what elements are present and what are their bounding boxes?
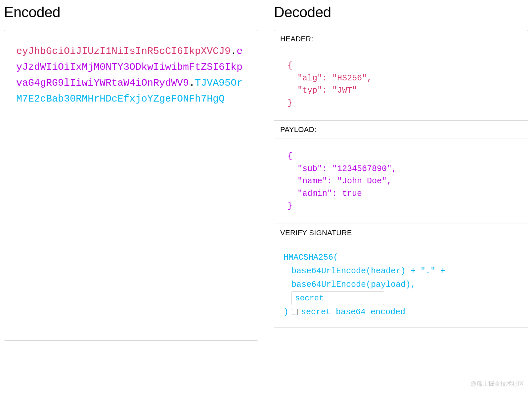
header-section-label: HEADER: [274, 30, 528, 48]
jwt-token[interactable]: eyJhbGciOiJIUzI1NiIsInR5cCI6IkpXVCJ9.eyJ… [16, 43, 246, 107]
signature-body: HMACSHA256( base64UrlEncode(header) + ".… [274, 242, 528, 328]
encoded-column: Encoded eyJhbGciOiJIUzI1NiIsInR5cCI6IkpX… [4, 4, 258, 341]
signature-section-label: VERIFY SIGNATURE [274, 224, 528, 242]
base64-label: secret base64 encoded [301, 305, 405, 319]
sig-close-paren: ) [284, 305, 288, 319]
encoded-title: Encoded [4, 4, 258, 21]
header-json[interactable]: { "alg": "HS256", "typ": "JWT" } [274, 48, 528, 120]
jwt-dot: . [231, 46, 237, 57]
payload-section: PAYLOAD: { "sub": "1234567890", "name": … [274, 121, 528, 224]
decoded-panel: HEADER: { "alg": "HS256", "typ": "JWT" }… [274, 30, 528, 328]
signature-section: VERIFY SIGNATURE HMACSHA256( base64UrlEn… [274, 224, 528, 328]
base64-checkbox[interactable] [292, 309, 298, 315]
jwt-header-segment: eyJhbGciOiJIUzI1NiIsInR5cCI6IkpXVCJ9 [16, 46, 231, 57]
decoded-column: Decoded HEADER: { "alg": "HS256", "typ":… [274, 4, 528, 341]
sig-line-2: base64UrlEncode(header) + "." + [284, 264, 518, 278]
sig-line-1: HMACSHA256( [284, 251, 518, 264]
secret-input[interactable] [291, 291, 384, 305]
jwt-dot: . [189, 77, 195, 89]
payload-json[interactable]: { "sub": "1234567890", "name": "John Doe… [274, 139, 528, 224]
header-section: HEADER: { "alg": "HS256", "typ": "JWT" } [274, 30, 528, 121]
sig-line-3: base64UrlEncode(payload), [284, 278, 518, 291]
sig-secret-row [284, 291, 518, 305]
decoded-title: Decoded [274, 4, 528, 21]
sig-last-line: ) secret base64 encoded [284, 305, 518, 319]
payload-section-label: PAYLOAD: [274, 121, 528, 139]
encoded-panel[interactable]: eyJhbGciOiJIUzI1NiIsInR5cCI6IkpXVCJ9.eyJ… [4, 30, 258, 341]
